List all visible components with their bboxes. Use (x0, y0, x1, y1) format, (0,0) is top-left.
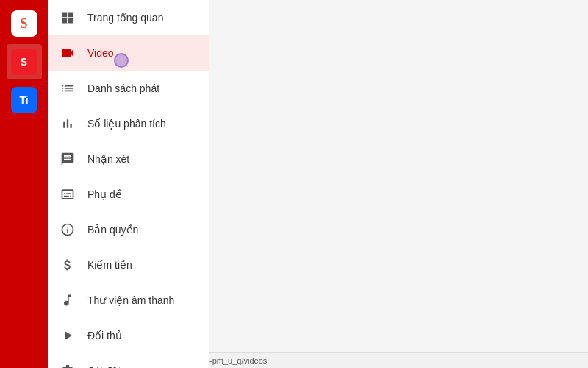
playlist-icon (60, 80, 76, 96)
sidebar-item-playlist[interactable]: Danh sách phát (48, 71, 209, 106)
main-content (209, 0, 588, 368)
sidebar-item-monetize[interactable]: Kiếm tiền (48, 247, 209, 283)
copyright-icon (60, 222, 76, 238)
sidebar-item-competitor-label: Đối thủ (87, 330, 197, 342)
sendo-icon: S (11, 49, 37, 75)
dollar-icon (60, 257, 76, 273)
sidebar-menu: Trang tổng quan Video Danh sách phát Số … (48, 0, 209, 368)
competitor-icon (60, 328, 76, 344)
sidebar-item-settings[interactable]: Cài đặt (48, 353, 209, 368)
sidebar-item-monetize-label: Kiếm tiền (87, 259, 197, 271)
tiki-icon-item[interactable]: Ti (7, 82, 42, 118)
sidebar-item-settings-label: Cài đặt (87, 365, 197, 368)
sidebar-item-comments[interactable]: Nhận xét (48, 141, 209, 177)
grid-icon (60, 10, 76, 26)
sidebar-item-subtitles[interactable]: Phụ đề (48, 177, 209, 212)
sidebar-item-analytics[interactable]: Số liệu phân tích (48, 106, 209, 141)
sidebar-item-analytics-label: Số liệu phân tích (87, 118, 197, 130)
audio-icon (60, 292, 76, 308)
sidebar-item-copyright-label: Bản quyền (87, 224, 197, 236)
video-icon (60, 45, 76, 61)
subtitles-icon (60, 186, 76, 202)
sidebar-item-video[interactable]: Video (48, 35, 209, 71)
sidebar-item-dashboard[interactable]: Trang tổng quan (48, 0, 209, 35)
sidebar-item-playlist-label: Danh sách phát (87, 82, 197, 94)
tiki-icon: Ti (11, 87, 37, 113)
sidebar-item-audio[interactable]: Thư viện âm thanh (48, 283, 209, 318)
comments-icon (60, 151, 76, 167)
icon-bar: S S Ti (0, 0, 48, 368)
sendo-icon-item[interactable]: S (7, 44, 42, 79)
shopee-icon-item[interactable]: S (7, 6, 42, 41)
sidebar-item-comments-label: Nhận xét (87, 153, 197, 165)
sidebar-item-copyright[interactable]: Bản quyền (48, 212, 209, 247)
sidebar-item-competitor[interactable]: Đối thủ (48, 318, 209, 353)
settings-icon (60, 363, 76, 368)
shopee-icon: S (11, 10, 37, 37)
analytics-icon (60, 116, 76, 132)
sidebar-item-dashboard-label: Trang tổng quan (87, 12, 197, 24)
sidebar-item-audio-label: Thư viện âm thanh (87, 294, 197, 306)
sidebar-item-video-label: Video (87, 47, 197, 59)
sidebar-item-subtitles-label: Phụ đề (87, 188, 197, 200)
